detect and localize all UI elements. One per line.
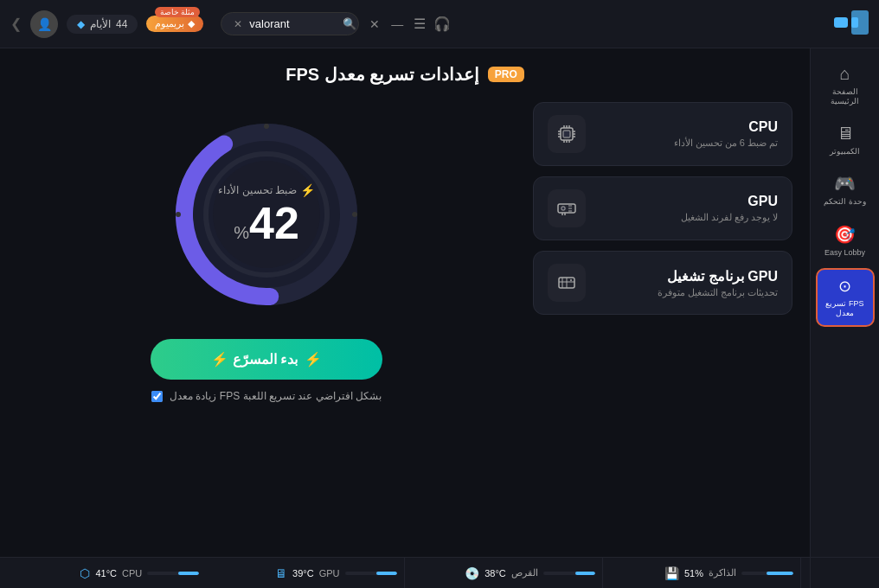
cpu-card-title: CPU — [674, 119, 778, 135]
gpu-card[interactable]: GPU لا يوجد رفع لفرند الشغيل — [533, 176, 792, 240]
gpu-driver-icon-wrap — [548, 264, 586, 302]
close-button[interactable]: ✕ — [368, 17, 382, 31]
sidebar-statusbar — [810, 557, 879, 588]
search-clear-icon[interactable]: ✕ — [234, 18, 242, 30]
cpu-icon-wrap — [548, 115, 586, 153]
menu-button[interactable]: ☰ — [413, 17, 427, 31]
statusbar-memory: الذاكرة 51% 💾 — [603, 558, 801, 588]
home-icon: ⌂ — [839, 64, 850, 84]
statusbar: الذاكرة 51% 💾 القرص 38°C 💿 GPU 39°C 🖥 CP… — [0, 557, 810, 588]
disk-bar-fill — [575, 572, 595, 575]
svg-rect-0 — [834, 17, 848, 28]
gpu-bar-track — [345, 572, 397, 575]
page-title: إعدادات تسريع معدل FPS — [286, 64, 479, 85]
cpu-bar-track — [147, 572, 199, 575]
checkbox-label-text: بشكل افتراضي عند تسريع اللعبة FPS زيادة … — [170, 390, 382, 402]
sidebar-item-computer[interactable]: 🖥 الكمبيوتر — [816, 117, 875, 163]
cpu-status-icon: ⬡ — [80, 566, 90, 580]
main-content: PRO إعدادات تسريع معدل FPS CPU تم ضبط 6 … — [0, 48, 810, 557]
fps-icon: ⊙ — [838, 277, 851, 296]
diamond-icon2: ◆ — [77, 18, 85, 30]
easylobby-icon: 🎯 — [834, 224, 856, 245]
cpu-card-text: CPU تم ضبط 6 من تحسين الأداء — [674, 119, 778, 149]
gauge-value: 42 — [249, 198, 299, 248]
gpu-icon-wrap — [548, 189, 586, 227]
memory-bar-fill — [767, 572, 793, 575]
days-value: 44 — [116, 18, 127, 30]
disk-value: 38°C — [484, 568, 506, 578]
avatar[interactable]: 👤 — [30, 10, 58, 38]
cpu-card[interactable]: CPU تم ضبط 6 من تحسين الأداء — [533, 102, 792, 166]
checkbox-row: بشكل افتراضي عند تسريع اللعبة FPS زيادة … — [151, 390, 382, 402]
center-panel: ⚡ ضبط تحسين الأداء %42 ⚡ بدء المسرّع ⚡ ب… — [17, 102, 516, 548]
disk-label: القرص — [511, 567, 538, 578]
left-panel: CPU تم ضبط 6 من تحسين الأداء — [533, 102, 792, 548]
special-offer-label: مثلة خاصة — [155, 7, 201, 17]
premium-badge[interactable]: مثلة خاصة ◆ بريميوم — [146, 16, 203, 32]
cpu-card-subtitle: تم ضبط 6 من تحسين الأداء — [674, 137, 778, 149]
gpu-driver-card-title: GPU برنامج تشغيل — [658, 268, 778, 284]
search-input[interactable] — [249, 17, 336, 30]
sidebar-item-computer-label: الكمبيوتر — [830, 147, 860, 157]
app-logo — [834, 10, 869, 38]
support-button[interactable]: 🎧 — [435, 17, 449, 31]
memory-bar-track — [741, 572, 793, 575]
gpu-card-title: GPU — [681, 194, 778, 209]
days-badge: 44 الأيام ◆ — [67, 15, 138, 34]
disk-icon: 💿 — [465, 566, 479, 580]
diamond-icon: ◆ — [188, 18, 195, 29]
premium-label: بريميوم — [155, 18, 184, 29]
svg-point-36 — [176, 212, 181, 217]
svg-rect-18 — [561, 207, 565, 210]
auto-fps-checkbox[interactable] — [151, 391, 163, 402]
memory-value: 51% — [684, 568, 703, 578]
cpu-bar-fill — [178, 572, 200, 575]
nav-forward-button[interactable]: ❯ — [10, 16, 22, 32]
sidebar-item-home[interactable]: ⌂ الصفحة الرئيسية — [816, 57, 875, 113]
gpu-driver-card-text: GPU برنامج تشغيل تحديثات برنامج التشغيل … — [658, 268, 778, 298]
svg-rect-17 — [558, 204, 575, 213]
gpu-card-subtitle: لا يوجد رفع لفرند الشغيل — [681, 212, 778, 223]
gpu-driver-card[interactable]: GPU برنامج تشغيل تحديثات برنامج التشغيل … — [533, 251, 792, 315]
sidebar-item-fps[interactable]: ⊙ FPS تسريع معدل — [816, 268, 875, 327]
gpu-bar-fill — [376, 572, 396, 575]
start-btn-label: بدء المسرّع ⚡ — [211, 351, 298, 368]
search-icon: 🔍 — [343, 17, 356, 30]
gauge-percent: % — [234, 223, 249, 242]
page-title-bar: PRO إعدادات تسريع معدل FPS — [0, 48, 810, 93]
gpu-driver-card-subtitle: تحديثات برنامج التشغيل متوفرة — [658, 287, 778, 298]
pro-badge: PRO — [488, 67, 524, 82]
gpu-card-text: GPU لا يوجد رفع لفرند الشغيل — [681, 194, 778, 223]
statusbar-gpu: GPU 39°C 🖥 — [206, 558, 404, 588]
svg-point-28 — [570, 279, 572, 281]
cpu-temp-label: CPU — [122, 568, 142, 578]
svg-point-35 — [352, 212, 357, 217]
start-accelerate-button[interactable]: ⚡ بدء المسرّع ⚡ — [151, 339, 382, 380]
sidebar: ⌂ الصفحة الرئيسية 🖥 الكمبيوتر 🎮 وحدة الت… — [810, 48, 879, 557]
start-btn-icon: ⚡ — [305, 351, 322, 368]
minimize-button[interactable]: — — [390, 17, 404, 31]
statusbar-cpu: CPU 41°C ⬡ — [9, 558, 206, 588]
gamepad-icon: 🎮 — [834, 173, 856, 194]
disk-bar-track — [543, 572, 595, 575]
sidebar-item-gamepad[interactable]: 🎮 وحدة التحكم — [816, 166, 875, 214]
gauge-label: ⚡ ضبط تحسين الأداء — [218, 183, 315, 197]
gauge-value-display: %42 — [218, 201, 315, 246]
memory-icon: 💾 — [664, 566, 679, 580]
gpu-icon — [556, 198, 577, 219]
content-area: CPU تم ضبط 6 من تحسين الأداء — [0, 93, 810, 557]
svg-point-34 — [264, 124, 269, 129]
search-box: ✕ 🔍 — [221, 12, 359, 35]
days-label: الأيام — [90, 18, 111, 30]
sidebar-item-easylobby-label: Easy Lobby — [824, 248, 865, 258]
cpu-icon — [556, 124, 577, 144]
statusbar-disk: القرص 38°C 💿 — [405, 558, 603, 588]
gpu-driver-icon — [556, 272, 577, 293]
gpu-status-icon: 🖥 — [275, 566, 287, 580]
sidebar-item-fps-label: FPS تسريع معدل — [821, 299, 869, 318]
sidebar-item-easylobby[interactable]: 🎯 Easy Lobby — [816, 217, 875, 265]
gpu-temp-label: GPU — [319, 568, 340, 578]
gauge-container: ⚡ ضبط تحسين الأداء %42 — [163, 111, 370, 318]
titlebar: ✕ — ☰ 🎧 ✕ 🔍 مثلة خاصة ◆ بريميوم 44 الأيا… — [0, 0, 879, 48]
svg-rect-2 — [851, 17, 858, 28]
